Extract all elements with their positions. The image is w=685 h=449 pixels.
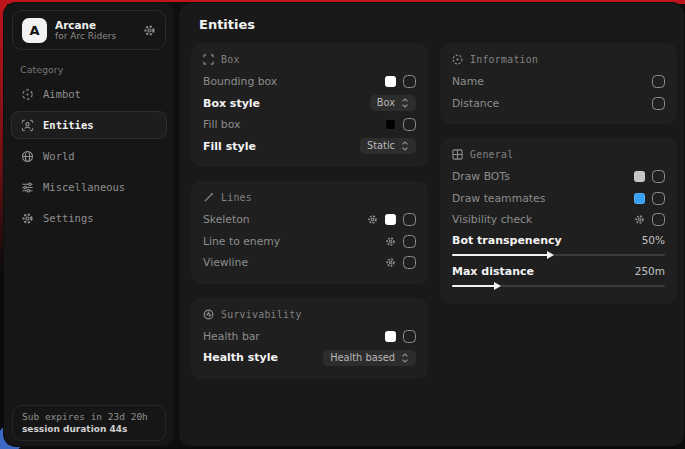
gear-icon[interactable] [367, 214, 378, 225]
box-style-dropdown[interactable]: Box [370, 95, 416, 111]
setting-row: Line to enemy [203, 231, 416, 253]
gear-icon[interactable] [385, 236, 396, 247]
desktop: A Arcane for Arc Riders Category Aimbot [0, 0, 685, 449]
skeleton-checkbox[interactable] [403, 213, 416, 226]
sidebar-item-aimbot[interactable]: Aimbot [11, 80, 167, 108]
general-card-header: General [452, 149, 665, 160]
fill-style-dropdown[interactable]: Static [360, 138, 416, 154]
section-title: Box [221, 54, 240, 65]
dropdown-value: Health based [330, 353, 395, 363]
gear-icon [21, 212, 34, 225]
person-scan-icon [21, 119, 34, 132]
setting-label: Name [452, 75, 652, 88]
setting-label: Draw BOTs [452, 170, 634, 183]
line-icon [203, 192, 214, 203]
setting-label: Fill box [203, 118, 385, 131]
setting-row: Name [452, 71, 665, 93]
sidebar-item-entities[interactable]: Entities [11, 111, 167, 139]
app-window: A Arcane for Arc Riders Category Aimbot [3, 2, 685, 447]
box-card: Box Bounding box Box style [191, 43, 428, 167]
gear-icon[interactable] [385, 257, 396, 268]
sidebar-item-label: Settings [43, 212, 94, 224]
slider-thumb[interactable] [547, 251, 554, 259]
draw-teammates-checkbox[interactable] [652, 192, 665, 205]
setting-label: Bot transpenency [452, 234, 642, 247]
health-bar-checkbox[interactable] [403, 330, 416, 343]
globe-icon [21, 150, 34, 163]
app-subtitle: for Arc Riders [55, 31, 135, 41]
left-column: Box Bounding box Box style [191, 43, 428, 379]
cards-grid: Box Bounding box Box style [179, 43, 684, 379]
right-column: Information Name Distance [440, 43, 677, 379]
fill-box-checkbox[interactable] [403, 118, 416, 131]
setting-row: Skeleton [203, 209, 416, 231]
color-swatch[interactable] [385, 119, 396, 130]
sidebar-nav: Aimbot Entities World [4, 80, 174, 235]
health-style-dropdown[interactable]: Health based [323, 350, 416, 366]
setting-row: Visibility check [452, 209, 665, 231]
color-swatch[interactable] [634, 171, 645, 182]
sliders-icon [21, 181, 34, 194]
setting-row: Fill box [203, 114, 416, 136]
setting-label: Bounding box [203, 75, 385, 88]
scan-box-icon [203, 54, 214, 65]
color-swatch[interactable] [634, 193, 645, 204]
setting-label: Box style [203, 97, 370, 110]
color-swatch[interactable] [385, 331, 396, 342]
updown-arrows-icon [401, 353, 409, 363]
sidebar-item-settings[interactable]: Settings [11, 204, 167, 232]
updown-arrows-icon [401, 98, 409, 108]
setting-row: Viewline [203, 252, 416, 274]
subscription-card: Sub expires in 23d 20h session duration … [12, 405, 166, 441]
app-header-text: Arcane for Arc Riders [55, 19, 135, 41]
slider-fill [452, 254, 548, 256]
gear-icon[interactable] [634, 214, 645, 225]
information-card: Information Name Distance [440, 43, 677, 124]
setting-row: Draw BOTs [452, 166, 665, 188]
distance-checkbox[interactable] [652, 97, 665, 110]
max-distance-slider[interactable] [452, 285, 665, 287]
info-target-icon [452, 54, 463, 65]
setting-row: Fill style Static [203, 136, 416, 158]
slider-thumb[interactable] [494, 282, 501, 290]
setting-row: Bounding box [203, 71, 416, 93]
updown-arrows-icon [401, 141, 409, 151]
line-to-enemy-checkbox[interactable] [403, 235, 416, 248]
slider-value: 250m [635, 265, 665, 277]
setting-label: Fill style [203, 140, 360, 153]
setting-label: Health bar [203, 330, 385, 343]
bot-transparency-setting: Bot transpenency 50% [452, 232, 665, 256]
sidebar-item-label: Miscellaneous [43, 181, 125, 193]
crosshair-icon [21, 88, 34, 101]
bot-transparency-slider[interactable] [452, 254, 665, 256]
gear-icon[interactable] [143, 24, 156, 37]
general-card: General Draw BOTs Draw teammates [440, 138, 677, 304]
section-title: Survivability [221, 309, 302, 320]
setting-row: Draw teammates [452, 188, 665, 210]
app-logo: A [22, 18, 47, 43]
section-title: Information [470, 54, 538, 65]
section-title: Lines [221, 192, 252, 203]
setting-row: Distance [452, 93, 665, 115]
visibility-check-checkbox[interactable] [652, 213, 665, 226]
setting-label: Health style [203, 351, 323, 364]
grid-icon [452, 149, 463, 160]
sidebar-item-world[interactable]: World [11, 142, 167, 170]
survivability-card-header: Survivability [203, 309, 416, 320]
bounding-box-checkbox[interactable] [403, 75, 416, 88]
category-label: Category [20, 64, 174, 75]
slider-fill [452, 285, 495, 287]
viewline-checkbox[interactable] [403, 256, 416, 269]
color-swatch[interactable] [385, 214, 396, 225]
color-swatch[interactable] [385, 76, 396, 87]
main-panel: Entities Box Bounding box [179, 3, 684, 446]
sidebar: A Arcane for Arc Riders Category Aimbot [4, 3, 174, 446]
setting-label: Visibility check [452, 213, 634, 226]
setting-label: Viewline [203, 256, 385, 269]
sub-expires-text: Sub expires in 23d 20h [22, 411, 156, 422]
sidebar-item-miscellaneous[interactable]: Miscellaneous [11, 173, 167, 201]
box-card-header: Box [203, 54, 416, 65]
draw-bots-checkbox[interactable] [652, 170, 665, 183]
dropdown-value: Box [377, 98, 395, 108]
name-checkbox[interactable] [652, 75, 665, 88]
